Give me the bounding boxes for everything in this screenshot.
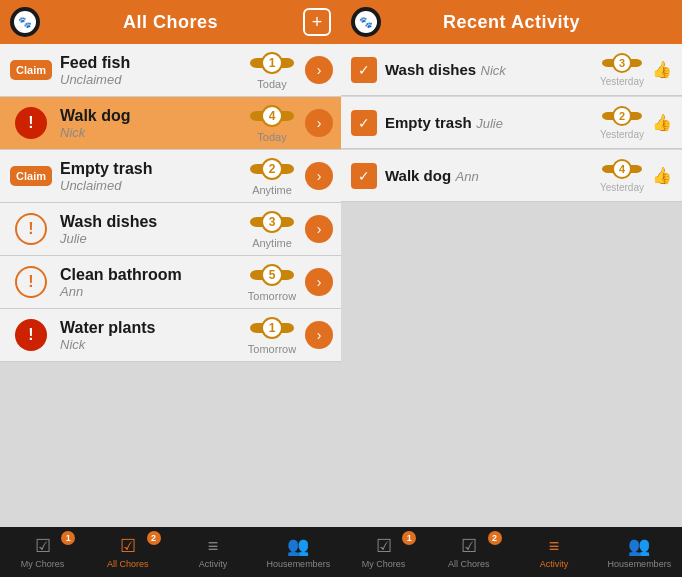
nav-label-housemembers: Housemembers [267,559,331,569]
activity-right-walk-dog: 4 Yesterday [600,158,644,193]
logo-inner-right: 🐾 [355,11,377,33]
wings-badge-walk-dog: 4 [250,103,294,129]
activity-icon-right: ≡ [549,536,560,557]
chore-left-clean-bathroom: ! [8,266,54,298]
chore-name-clean-bathroom: Clean bathroom [60,265,241,284]
activity-name-empty-trash: Empty trash [385,114,472,131]
nav-label-all-chores: All Chores [107,559,149,569]
nav-item-all-chores-left[interactable]: ☑ All Chores 2 [85,527,170,577]
logo-paw: 🐾 [18,16,32,29]
chore-left-wash-dishes: ! [8,213,54,245]
add-chore-button[interactable]: + [303,8,331,36]
wing-num: 3 [261,211,283,233]
nav-label-activity: Activity [199,559,228,569]
chore-person-feed-fish: Unclaimed [60,72,241,87]
activity-timing-empty-trash: Yesterday [600,129,644,140]
left-panel-title: All Chores [123,12,218,33]
nav-label-housemembers-right: Housemembers [608,559,672,569]
wings-badge-water-plants: 1 [250,315,294,341]
wing-num: 1 [261,317,283,339]
app-logo: 🐾 [10,7,40,37]
chore-timing-empty-trash: Anytime [252,184,292,196]
chore-right-feed-fish: 1 Today [247,50,297,90]
checkmark-empty-trash: ✓ [351,110,377,136]
alert-icon-water-plants: ! [15,319,47,351]
nav-item-all-chores-right[interactable]: ☑ All Chores 2 [426,527,511,577]
activity-item-walk-dog-ann: ✓ Walk dog Ann 4 Yesterday 👍 [341,150,682,202]
claim-button-empty-trash[interactable]: Claim [10,166,52,186]
wnum-wash-dishes: 3 [612,53,632,73]
my-chores-badge: 1 [61,531,75,545]
alert-icon-walk-dog: ! [15,107,47,139]
chore-person-empty-trash: Unclaimed [60,178,241,193]
nav-label-my-chores: My Chores [21,559,65,569]
wnum-empty-trash: 2 [612,106,632,126]
all-chores-icon-right: ☑ [461,535,477,557]
nav-item-housemembers-left[interactable]: 👥 Housemembers [256,527,341,577]
left-panel: 🐾 All Chores + Claim Feed fish Unclaimed… [0,0,341,577]
chore-left-feed-fish: Claim [8,60,54,80]
wings-sm-wash-dishes: 3 [602,52,642,74]
chore-name-feed-fish: Feed fish [60,53,241,72]
nav-item-housemembers-right[interactable]: 👥 Housemembers [597,527,682,577]
activity-person-wash-dishes: Nick [481,63,506,78]
checkmark-wash-dishes: ✓ [351,57,377,83]
chore-item-wash-dishes: ! Wash dishes Julie 3 Anytime › [0,203,341,256]
activity-right-wash-dishes: 3 Yesterday [600,52,644,87]
chore-info-feed-fish: Feed fish Unclaimed [60,53,241,87]
thumbs-up-walk-dog[interactable]: 👍 [652,166,672,185]
wings-badge-wash-dishes: 3 [250,209,294,235]
wing-num: 5 [261,264,283,286]
chore-right-walk-dog: 4 Today [247,103,297,143]
thumbs-up-wash-dishes[interactable]: 👍 [652,60,672,79]
thumbs-up-empty-trash[interactable]: 👍 [652,113,672,132]
activity-item-empty-trash-julie: ✓ Empty trash Julie 2 Yesterday 👍 [341,97,682,149]
chore-name-walk-dog: Walk dog [60,106,241,125]
activity-name-walk-dog: Walk dog [385,167,451,184]
chore-person-walk-dog: Nick [60,125,241,140]
nav-item-my-chores-right[interactable]: ☑ My Chores 1 [341,527,426,577]
activity-person-empty-trash: Julie [476,116,503,131]
chore-arrow-clean-bathroom[interactable]: › [305,268,333,296]
chore-info-water-plants: Water plants Nick [60,318,241,352]
chore-arrow-water-plants[interactable]: › [305,321,333,349]
chore-left-water-plants: ! [8,319,54,351]
chore-right-clean-bathroom: 5 Tomorrow [247,262,297,302]
nav-label-all-chores-right: All Chores [448,559,490,569]
chore-item-feed-fish: Claim Feed fish Unclaimed 1 Today › [0,44,341,97]
activity-person-walk-dog: Ann [456,169,479,184]
chore-arrow-wash-dishes[interactable]: › [305,215,333,243]
activity-timing-wash-dishes: Yesterday [600,76,644,87]
chore-item-water-plants: ! Water plants Nick 1 Tomorrow › [0,309,341,362]
activity-item-wash-dishes-nick: ✓ Wash dishes Nick 3 Yesterday 👍 [341,44,682,96]
chore-list: Claim Feed fish Unclaimed 1 Today › ! [0,44,341,527]
wing-num: 4 [261,105,283,127]
right-panel-title: Recent Activity [443,12,580,33]
chore-arrow-feed-fish[interactable]: › [305,56,333,84]
activity-info-walk-dog: Walk dog Ann [385,167,592,185]
nav-item-activity-right[interactable]: ≡ Activity [512,527,597,577]
claim-button-feed-fish[interactable]: Claim [10,60,52,80]
nav-label-my-chores-right: My Chores [362,559,406,569]
chore-name-water-plants: Water plants [60,318,241,337]
nav-item-my-chores-left[interactable]: ☑ My Chores 1 [0,527,85,577]
chore-person-wash-dishes: Julie [60,231,241,246]
wing-num: 2 [261,158,283,180]
chore-timing-walk-dog: Today [257,131,286,143]
wings-badge-clean-bathroom: 5 [250,262,294,288]
chore-arrow-walk-dog[interactable]: › [305,109,333,137]
nav-label-activity-right: Activity [540,559,569,569]
housemembers-icon: 👥 [287,535,309,557]
alert-icon-wash-dishes: ! [15,213,47,245]
chore-left-empty-trash: Claim [8,166,54,186]
all-chores-badge-right: 2 [488,531,502,545]
chore-timing-wash-dishes: Anytime [252,237,292,249]
chore-left-walk-dog: ! [8,107,54,139]
logo-paw-right: 🐾 [359,16,373,29]
activity-right-empty-trash: 2 Yesterday [600,105,644,140]
wings-badge-empty-trash: 2 [250,156,294,182]
right-bottom-nav: ☑ My Chores 1 ☑ All Chores 2 ≡ Activity … [341,527,682,577]
nav-item-activity-left[interactable]: ≡ Activity [171,527,256,577]
chore-info-wash-dishes: Wash dishes Julie [60,212,241,246]
chore-arrow-empty-trash[interactable]: › [305,162,333,190]
